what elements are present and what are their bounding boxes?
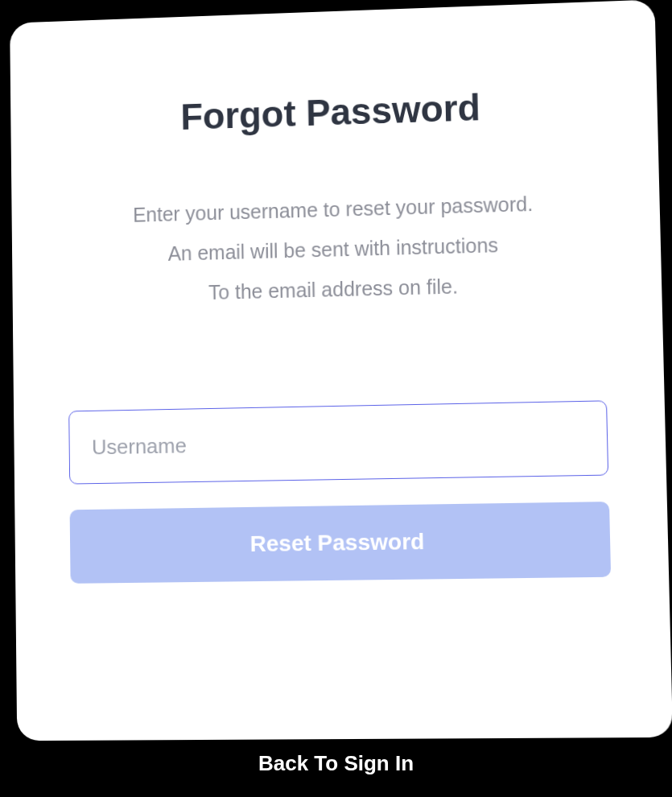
back-to-signin-link[interactable]: Back To Sign In [0,751,672,776]
reset-password-button[interactable]: Reset Password [70,502,612,584]
username-input[interactable] [68,400,608,484]
page-title: Forgot Password [65,82,600,142]
forgot-password-card: Forgot Password Enter your username to r… [10,0,672,741]
description-text: Enter your username to reset your passwo… [66,182,604,316]
